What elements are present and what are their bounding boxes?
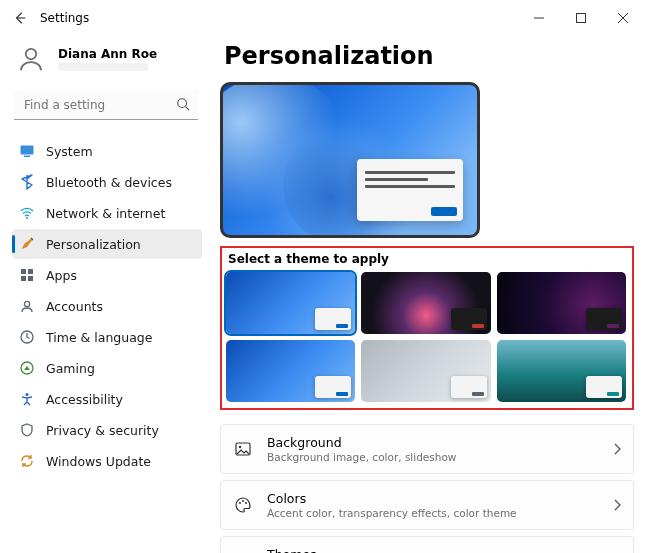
nav-privacy[interactable]: Privacy & security <box>12 415 202 445</box>
svg-rect-11 <box>28 276 33 281</box>
nav-label: Personalization <box>46 237 141 252</box>
update-icon <box>18 452 36 470</box>
svg-point-12 <box>24 301 29 306</box>
row-subtitle: Accent color, transparency effects, colo… <box>267 507 517 519</box>
svg-point-15 <box>25 393 28 396</box>
nav-label: Bluetooth & devices <box>46 175 172 190</box>
nav-label: Privacy & security <box>46 423 159 438</box>
close-button[interactable] <box>602 4 644 32</box>
nav-windows-update[interactable]: Windows Update <box>12 446 202 476</box>
person-icon <box>16 44 46 74</box>
user-email-redacted <box>58 63 148 71</box>
nav-accounts[interactable]: Accounts <box>12 291 202 321</box>
nav-accessibility[interactable]: Accessibility <box>12 384 202 414</box>
svg-point-20 <box>245 502 247 504</box>
svg-rect-8 <box>21 269 26 274</box>
nav-label: Accessibility <box>46 392 123 407</box>
setting-colors[interactable]: ColorsAccent color, transparency effects… <box>220 480 634 530</box>
palette-icon <box>233 495 253 515</box>
nav-network[interactable]: Network & internet <box>12 198 202 228</box>
svg-point-19 <box>242 500 244 502</box>
svg-rect-5 <box>21 146 34 155</box>
nav-bluetooth[interactable]: Bluetooth & devices <box>12 167 202 197</box>
nav-list: System Bluetooth & devices Network & int… <box>12 136 202 476</box>
avatar <box>14 42 48 76</box>
nav-time-language[interactable]: Time & language <box>12 322 202 352</box>
theme-section-label: Select a theme to apply <box>228 252 626 266</box>
search-input[interactable] <box>14 90 198 120</box>
svg-rect-10 <box>21 276 26 281</box>
desktop-preview <box>220 82 480 238</box>
nav-apps[interactable]: Apps <box>12 260 202 290</box>
nav-personalization[interactable]: Personalization <box>12 229 202 259</box>
svg-rect-1 <box>577 14 586 23</box>
nav-label: Windows Update <box>46 454 151 469</box>
nav-label: Apps <box>46 268 77 283</box>
nav-gaming[interactable]: Gaming <box>12 353 202 383</box>
user-account[interactable]: Diana Ann Roe <box>14 42 202 76</box>
minimize-button[interactable] <box>518 4 560 32</box>
nav-label: Network & internet <box>46 206 165 221</box>
nav-system[interactable]: System <box>12 136 202 166</box>
shield-icon <box>18 421 36 439</box>
bluetooth-icon <box>18 173 36 191</box>
title-bar: Settings <box>0 0 648 36</box>
svg-point-17 <box>239 446 241 448</box>
nav-label: Accounts <box>46 299 103 314</box>
arrow-left-icon <box>13 11 27 25</box>
setting-themes[interactable]: ThemesInstall, create, manage <box>220 536 634 553</box>
window-title: Settings <box>40 11 89 25</box>
chevron-right-icon <box>613 499 621 511</box>
close-icon <box>618 13 628 23</box>
clock-icon <box>18 328 36 346</box>
theme-windows-light-alt[interactable] <box>226 340 355 402</box>
svg-rect-6 <box>24 156 30 158</box>
svg-point-18 <box>239 502 241 504</box>
system-icon <box>18 142 36 160</box>
search-box[interactable] <box>14 90 198 120</box>
maximize-button[interactable] <box>560 4 602 32</box>
minimize-icon <box>534 13 544 23</box>
accessibility-icon <box>18 390 36 408</box>
user-name: Diana Ann Roe <box>58 47 157 61</box>
gaming-icon <box>18 359 36 377</box>
theme-glow[interactable] <box>497 272 626 334</box>
row-title: Colors <box>267 491 517 506</box>
theme-section-highlight: Select a theme to apply <box>220 246 634 410</box>
page-title: Personalization <box>224 42 634 70</box>
svg-point-7 <box>26 217 28 219</box>
svg-point-3 <box>178 99 187 108</box>
theme-windows-dark[interactable] <box>361 272 490 334</box>
svg-line-4 <box>186 107 190 111</box>
theme-flow[interactable] <box>361 340 490 402</box>
content-area: Personalization Select a theme to apply <box>210 36 648 553</box>
svg-point-2 <box>26 49 37 60</box>
wifi-icon <box>18 204 36 222</box>
row-title: Background <box>267 435 456 450</box>
chevron-right-icon <box>613 443 621 455</box>
nav-label: System <box>46 144 93 159</box>
apps-icon <box>18 266 36 284</box>
accounts-icon <box>18 297 36 315</box>
nav-label: Gaming <box>46 361 95 376</box>
svg-rect-9 <box>28 269 33 274</box>
back-button[interactable] <box>4 2 36 34</box>
paintbrush-icon <box>18 235 36 253</box>
theme-captured-motion[interactable] <box>497 340 626 402</box>
row-title: Themes <box>267 547 388 553</box>
setting-background[interactable]: BackgroundBackground image, color, slide… <box>220 424 634 474</box>
nav-label: Time & language <box>46 330 152 345</box>
search-icon <box>176 97 190 111</box>
row-subtitle: Background image, color, slideshow <box>267 451 456 463</box>
theme-windows-light[interactable] <box>226 272 355 334</box>
maximize-icon <box>576 13 586 23</box>
sidebar: Diana Ann Roe System Bluetooth & devices… <box>0 36 210 553</box>
picture-icon <box>233 439 253 459</box>
preview-window <box>357 159 463 221</box>
